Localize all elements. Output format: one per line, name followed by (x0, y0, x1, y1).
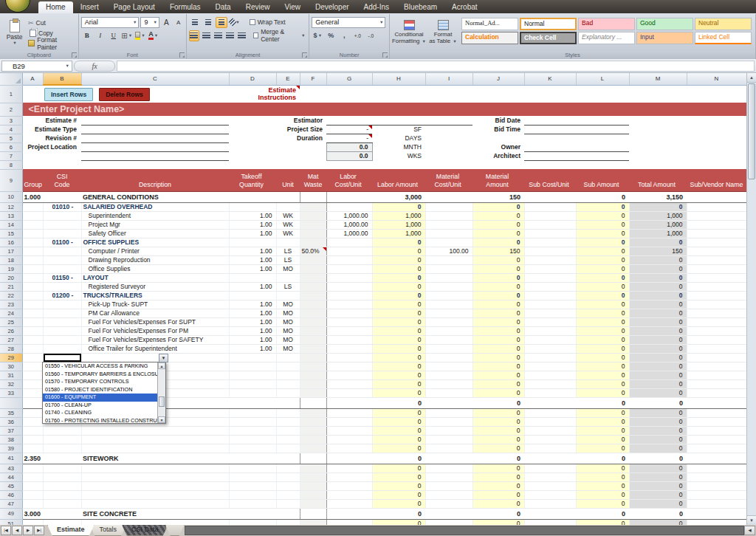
cell-H1[interactable] (372, 85, 425, 103)
cell-F36[interactable] (300, 417, 326, 426)
cell-J19[interactable]: 0 (472, 264, 524, 273)
cell-H27[interactable]: 0 (372, 335, 425, 344)
cell-G28[interactable] (326, 344, 372, 353)
row-header-5[interactable]: 5 (0, 134, 22, 142)
cell-A8[interactable] (22, 160, 43, 169)
cell-J36[interactable]: 0 (472, 417, 524, 426)
cell-A6[interactable]: Project Location (22, 142, 81, 151)
cell-E15[interactable]: WK (276, 229, 300, 238)
cell-J28[interactable]: 0 (472, 344, 524, 353)
cell-F12[interactable] (300, 202, 326, 211)
cell-N39[interactable] (687, 444, 746, 453)
row-header-49[interactable]: 49 (0, 508, 22, 519)
row-header-31[interactable]: 31 (0, 371, 22, 379)
sheet-tab-estimate[interactable]: Estimate (47, 525, 94, 536)
cell-D10[interactable] (229, 191, 276, 202)
cell-M27[interactable]: 0 (629, 335, 687, 344)
cell-M9[interactable]: Total Amount (629, 169, 687, 191)
cell-G41[interactable] (326, 453, 372, 464)
cell-G12[interactable] (326, 202, 372, 211)
cell-I26[interactable] (425, 326, 472, 335)
cell-H37[interactable]: 0 (372, 426, 425, 435)
cell-M24[interactable]: 0 (629, 309, 687, 317)
cell-N51[interactable] (687, 519, 746, 525)
cell-A5[interactable]: Revision # (22, 134, 81, 142)
cell-B15[interactable] (43, 229, 81, 238)
cell-D14[interactable]: 1.00 (229, 220, 276, 229)
cell-G15[interactable]: 1,000.00 (326, 229, 372, 238)
cell-I43[interactable] (425, 464, 472, 473)
cell-H41[interactable]: 0 (372, 453, 425, 464)
cell-Gx[interactable] (326, 397, 372, 408)
cell-I29[interactable] (425, 353, 472, 362)
cell-H30[interactable]: 0 (372, 362, 425, 371)
cell-D3[interactable]: Estimator (229, 116, 326, 125)
align-left-button[interactable] (189, 30, 199, 41)
cell-K46[interactable] (524, 490, 576, 499)
cell-C26[interactable]: Fuel For Vehicles/Expenses For PM (81, 326, 229, 335)
dropdown-item-01700-clean-up[interactable]: 01700 - CLEAN-UP (43, 402, 157, 410)
column-header-E[interactable]: E (276, 73, 300, 85)
scroll-down-icon[interactable]: ▼ (158, 416, 165, 423)
cell-B18[interactable] (43, 255, 81, 264)
cell-D35[interactable] (229, 408, 276, 417)
cell-F31[interactable] (300, 371, 326, 379)
cell-A41[interactable]: 2.350 (22, 453, 43, 464)
merge-center-button[interactable]: Merge & Center ▼ (250, 30, 306, 41)
cell-K44[interactable] (524, 473, 576, 481)
cell-H14[interactable]: 1,000 (372, 220, 425, 229)
cell-M22[interactable]: 0 (629, 291, 687, 300)
cell-L47[interactable]: 0 (576, 499, 629, 508)
cell-I41[interactable] (425, 453, 472, 464)
cell-J32[interactable]: 0 (472, 379, 524, 388)
cell-C47[interactable] (81, 499, 229, 508)
cell-F38[interactable] (300, 435, 326, 444)
cell-A25[interactable] (22, 317, 43, 326)
cell-G8[interactable] (326, 160, 372, 169)
cell-M33[interactable]: 0 (629, 388, 687, 397)
cell-K36[interactable] (524, 417, 576, 426)
cell-L18[interactable]: 0 (576, 255, 629, 264)
column-header-K[interactable]: K (524, 73, 576, 85)
cell-H35[interactable]: 0 (372, 408, 425, 417)
column-header-C[interactable]: C (81, 73, 229, 85)
italic-button[interactable]: I (94, 30, 106, 41)
cell-H36[interactable]: 0 (372, 417, 425, 426)
cell-N13[interactable] (687, 211, 746, 220)
cell-K39[interactable] (524, 444, 576, 453)
cell-F17[interactable]: 50.0% (300, 247, 326, 255)
cell-G22[interactable] (326, 291, 372, 300)
cell-K33[interactable] (524, 388, 576, 397)
horizontal-scrollbar[interactable] (185, 526, 744, 535)
row-header-35[interactable]: 35 (0, 408, 22, 417)
cell-M43[interactable]: 0 (629, 464, 687, 473)
cell-N7[interactable] (687, 151, 746, 160)
cell-I35[interactable] (425, 408, 472, 417)
cell-E17[interactable]: LS (276, 247, 300, 255)
cell-A37[interactable] (22, 426, 43, 435)
cell-C5[interactable] (81, 134, 229, 142)
cell-J5[interactable] (472, 134, 524, 142)
cell-I23[interactable] (425, 300, 472, 309)
scroll-up-icon[interactable]: ▲ (747, 73, 756, 83)
cell-F27[interactable] (300, 335, 326, 344)
cell-L16[interactable]: 0 (576, 238, 629, 247)
cell-A10[interactable]: 1.000 (22, 191, 43, 202)
column-header-D[interactable]: D (229, 73, 276, 85)
style-linked-cell[interactable]: Linked Cell (695, 32, 752, 44)
fill-color-button[interactable]: ▼ (134, 30, 146, 41)
dropdown-item-01740-cleaning[interactable]: 01740 - CLEANING (43, 409, 157, 417)
cell-M15[interactable]: 1,000 (629, 229, 687, 238)
cell-J9[interactable]: Material Amount (472, 169, 524, 191)
cell-J8[interactable] (472, 160, 524, 169)
cell-N23[interactable] (687, 300, 746, 309)
cell-L13[interactable]: 0 (576, 211, 629, 220)
cell-G49[interactable] (326, 508, 372, 519)
column-header-I[interactable]: I (425, 73, 472, 85)
cell-D16[interactable] (229, 238, 276, 247)
cell-J43[interactable]: 0 (472, 464, 524, 473)
cell-N26[interactable] (687, 326, 746, 335)
cell-G6[interactable]: 0.0 (326, 142, 372, 151)
cell-G10[interactable] (326, 191, 372, 202)
cell-I31[interactable] (425, 371, 472, 379)
